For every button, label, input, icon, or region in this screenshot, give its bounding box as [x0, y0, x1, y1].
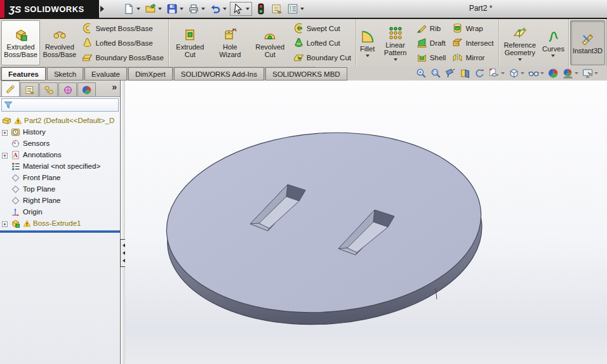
ribbon-button-swept-boss-base[interactable]: Swept Boss/Base: [79, 21, 166, 36]
view-orientation-button[interactable]: [489, 68, 505, 79]
rebuild-button[interactable]: [254, 3, 268, 15]
ribbon-button-hole-wizard[interactable]: Hole Wizard: [210, 20, 250, 65]
tree-item-material-not-specified[interactable]: Material <not specified>: [0, 160, 120, 172]
ribbon-button-reference-geometry[interactable]: Reference Geometry: [500, 20, 540, 65]
hide-show-items-button[interactable]: [528, 68, 544, 79]
ribbon-button-shell[interactable]: Shell: [414, 50, 449, 65]
dropdown-arrow-icon[interactable]: [180, 8, 183, 10]
apply-scene-button[interactable]: [563, 68, 578, 79]
ribbon-button-rib[interactable]: Rib: [414, 21, 449, 36]
ribbon-stack: Swept CutLofted CutBoundary Cut: [290, 20, 354, 66]
tree-item-annotations[interactable]: AAnnotations: [0, 149, 120, 160]
new-document-button[interactable]: [122, 3, 142, 15]
tree-item-origin[interactable]: Origin: [0, 206, 120, 218]
feature-tree: Part2 (Default<<Default>_DHistorySensors…: [0, 113, 120, 233]
print-button[interactable]: [187, 3, 206, 15]
dropdown-arrow-icon[interactable]: [594, 72, 598, 74]
sensors-icon: [11, 139, 20, 148]
ribbon-button-label: Curves: [542, 45, 564, 53]
print-icon: [188, 3, 199, 15]
tree-filter-bar[interactable]: [1, 98, 119, 112]
edit-appearance-button[interactable]: [548, 68, 559, 79]
history-icon: [11, 127, 20, 137]
ribbon-button-extruded-cut[interactable]: Extruded Cut: [170, 20, 210, 65]
zoom-to-fit-button[interactable]: [416, 68, 427, 79]
dropdown-arrow-icon[interactable]: [300, 8, 304, 10]
ribbon-button-curves[interactable]: Curves: [540, 20, 567, 65]
section-view-button[interactable]: [460, 68, 470, 79]
rotate-view-button[interactable]: [474, 68, 485, 79]
ribbon-button-swept-cut[interactable]: Swept Cut: [291, 21, 354, 36]
dropdown-arrow-icon[interactable]: [366, 55, 370, 57]
ribbon-button-intersect[interactable]: Intersect: [450, 36, 496, 50]
open-button[interactable]: [143, 3, 163, 15]
dropdown-arrow-icon[interactable]: [201, 8, 205, 10]
ribbon-button-boundary-boss-base[interactable]: Boundary Boss/Base: [79, 50, 166, 65]
tree-item-part2-default-default-d[interactable]: Part2 (Default<<Default>_D: [0, 115, 120, 126]
save-button[interactable]: [165, 3, 185, 15]
ribbon-button-fillet[interactable]: Fillet: [357, 20, 377, 65]
command-ribbon: Extruded Boss/BaseRevolved Boss/BaseSwep…: [0, 19, 607, 67]
tab-evaluate[interactable]: Evaluate: [84, 67, 127, 81]
dropdown-arrow-icon[interactable]: [501, 72, 505, 74]
options-button[interactable]: [286, 3, 305, 15]
zoom-to-area-button[interactable]: [430, 68, 441, 79]
panel-expand-chevron[interactable]: »: [112, 82, 117, 92]
zoom-to-fit-icon: [416, 68, 427, 79]
ribbon-button-linear-pattern[interactable]: Linear Pattern: [377, 20, 413, 65]
featuremanager-tab[interactable]: [1, 81, 20, 96]
tree-item-boss-extrude1[interactable]: Boss-Extrude1: [0, 218, 120, 229]
undo-button[interactable]: [208, 3, 228, 15]
display-style-button[interactable]: [509, 68, 524, 79]
dropdown-arrow-icon[interactable]: [540, 72, 544, 74]
dropdown-arrow-icon[interactable]: [575, 72, 578, 74]
tab-solidworks-mbd[interactable]: SOLIDWORKS MBD: [265, 67, 347, 81]
previous-view-icon: [445, 68, 456, 79]
view-settings-button[interactable]: [582, 68, 598, 79]
displaymanager-tab[interactable]: [77, 82, 96, 96]
tree-item-history[interactable]: History: [0, 126, 120, 138]
ribbon-button-draft[interactable]: Draft: [414, 36, 449, 50]
dropdown-arrow-icon[interactable]: [137, 8, 140, 10]
ribbon-button-revolved-cut[interactable]: Revolved Cut: [250, 20, 290, 65]
menu-expand-arrow-icon[interactable]: [100, 6, 104, 12]
dropdown-arrow-icon[interactable]: [246, 8, 250, 10]
select-button[interactable]: [230, 2, 252, 16]
model-disc[interactable]: [161, 122, 488, 335]
revolved-boss-icon: [53, 28, 67, 42]
previous-view-button[interactable]: [445, 68, 456, 79]
ribbon-button-lofted-cut[interactable]: Lofted Cut: [291, 36, 354, 50]
lofted-boss-icon: [82, 37, 93, 48]
graphics-area[interactable]: [125, 81, 607, 364]
dropdown-arrow-icon[interactable]: [394, 58, 397, 61]
ribbon-button-extruded-boss-base[interactable]: Extruded Boss/Base: [1, 20, 40, 65]
configurationmanager-tab[interactable]: [39, 82, 58, 96]
tab-dimxpert[interactable]: DimXpert: [128, 67, 173, 81]
ribbon-button-boundary-cut[interactable]: Boundary Cut: [291, 50, 354, 65]
propertymanager-tab[interactable]: [20, 82, 39, 96]
dropdown-arrow-icon[interactable]: [158, 8, 162, 10]
ribbon-button-wrap[interactable]: Wrap: [450, 21, 496, 36]
ribbon-button-label: Boundary Cut: [307, 54, 351, 62]
dropdown-arrow-icon[interactable]: [551, 55, 555, 57]
dimxpertmanager-tab[interactable]: [58, 82, 77, 96]
ribbon-button-lofted-boss-base[interactable]: Lofted Boss/Base: [79, 36, 166, 50]
dropdown-arrow-icon[interactable]: [521, 72, 524, 74]
brand-mark: ƷS: [9, 4, 21, 15]
file-properties-button[interactable]: [270, 3, 284, 15]
tree-item-top-plane[interactable]: Top Plane: [0, 183, 120, 195]
rollback-bar[interactable]: [0, 230, 120, 233]
tab-sketch[interactable]: Sketch: [47, 67, 83, 81]
tab-features[interactable]: Features: [1, 67, 46, 81]
boundary-cut-icon: [293, 52, 304, 63]
swept-cut-icon: [293, 23, 304, 34]
tree-item-front-plane[interactable]: Front Plane: [0, 172, 120, 183]
ribbon-button-mirror[interactable]: Mirror: [450, 50, 496, 65]
tree-item-right-plane[interactable]: Right Plane: [0, 195, 120, 206]
tree-item-sensors[interactable]: Sensors: [0, 138, 120, 149]
tab-solidworks-add-ins[interactable]: SOLIDWORKS Add-Ins: [174, 67, 264, 81]
ribbon-button-instant3d[interactable]: Instant3D: [570, 20, 605, 65]
dropdown-arrow-icon[interactable]: [518, 58, 522, 61]
dropdown-arrow-icon[interactable]: [223, 8, 227, 10]
ribbon-button-revolved-boss-base[interactable]: Revolved Boss/Base: [40, 20, 79, 65]
